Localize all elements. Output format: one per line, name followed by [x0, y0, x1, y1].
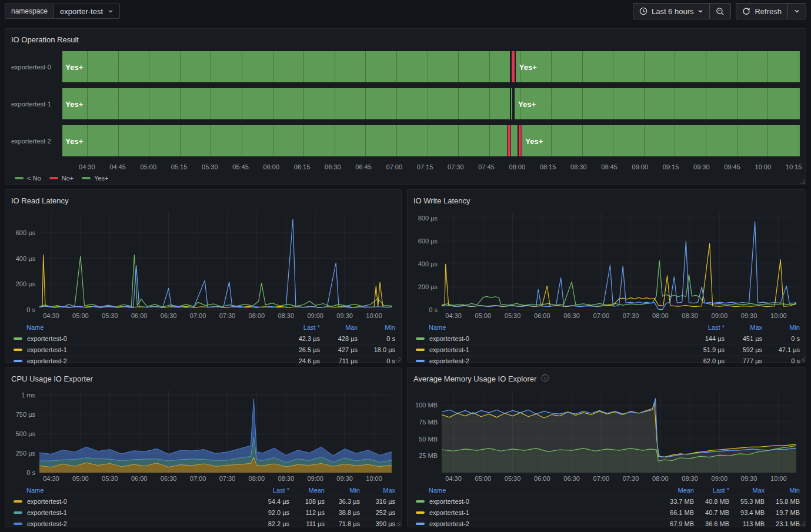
series-name: exportertest-2	[413, 357, 687, 364]
legend-row[interactable]: exportertest-033.7 MB40.8 MB55.3 MB15.8 …	[413, 496, 800, 507]
resize-handle[interactable]	[395, 520, 401, 526]
svg-text:10:00: 10:00	[770, 475, 787, 482]
legend-row[interactable]: exportertest-151.9 µs592 µs47.1 µs	[413, 344, 800, 355]
legend-col-last[interactable]: Last *	[687, 324, 725, 331]
chevron-down-icon	[108, 8, 114, 14]
resize-handle[interactable]	[395, 356, 401, 362]
legend-col-last[interactable]: Last *	[282, 324, 320, 331]
legend-value: 711 µs	[320, 357, 358, 364]
legend-value: 51.9 µs	[687, 346, 725, 353]
legend-col-mean[interactable]: Mean	[289, 487, 325, 494]
x-axis-tick-label: 09:15	[663, 163, 679, 170]
series-color-chip	[14, 337, 22, 340]
svg-text:05:30: 05:30	[102, 475, 118, 482]
series-name: exportertest-1	[11, 509, 254, 516]
timeline-segment-yes	[522, 125, 800, 156]
x-axis-tick-label: 05:15	[171, 163, 188, 170]
legend-row[interactable]: exportertest-282.2 µs111 µs71.8 µs390 µs	[11, 518, 395, 529]
series-name: exportertest-2	[11, 520, 254, 527]
x-axis-tick-label: 08:15	[540, 163, 556, 170]
series-color-chip	[416, 360, 425, 362]
legend-row[interactable]: exportertest-262.0 µs777 µs0 s	[413, 355, 800, 366]
svg-text:06:30: 06:30	[563, 312, 580, 319]
info-icon[interactable]: ⓘ	[541, 373, 549, 384]
legend-col-last[interactable]: Last *	[254, 487, 289, 494]
legend-col-mean[interactable]: Mean	[659, 487, 694, 494]
svg-text:1 ms: 1 ms	[21, 392, 35, 399]
panel-title[interactable]: IO Write Latency	[413, 193, 800, 208]
legend-col-last[interactable]: Last *	[694, 487, 729, 494]
timeline-segment-yes	[511, 88, 512, 119]
timeline-segment-no	[512, 51, 515, 82]
legend-value: 0 s	[358, 357, 395, 364]
x-axis-tick-label: 10:15	[786, 163, 802, 170]
series-name: exportertest-2	[413, 520, 659, 527]
legend-col-max[interactable]: Max	[729, 487, 765, 494]
timeline-legend-item[interactable]: Yes+	[82, 175, 108, 182]
legend-row[interactable]: exportertest-126.5 µs427 µs18.0 µs	[11, 344, 395, 355]
legend-col-min[interactable]: Min	[325, 487, 360, 494]
panel-title[interactable]: Average Memory Usage IO Explorer ⓘ	[413, 372, 800, 386]
timeline-track[interactable]: Yes+Yes+	[62, 125, 800, 156]
timeline-row: exportertest-0Yes+Yes+	[11, 51, 800, 82]
svg-text:10:00: 10:00	[770, 312, 787, 319]
legend-row[interactable]: exportertest-054.4 µs108 µs36.3 µs316 µs	[11, 496, 395, 507]
svg-text:04:30: 04:30	[43, 312, 59, 319]
legend-row[interactable]: exportertest-0144 µs451 µs0 s	[413, 333, 800, 344]
legend-col-max[interactable]: Max	[725, 324, 762, 331]
namespace-variable-select[interactable]: exporter-test	[54, 4, 120, 19]
legend-col-min[interactable]: Min	[358, 324, 395, 331]
panel-title[interactable]: IO Operation Result	[11, 32, 800, 46]
legend-value: 777 µs	[725, 357, 762, 364]
svg-text:500 µs: 500 µs	[16, 430, 36, 437]
svg-text:600 µs: 600 µs	[418, 237, 438, 245]
legend-col-max[interactable]: Max	[320, 324, 358, 331]
timeline-x-axis: 04:3004:4505:0005:1505:3005:4506:0006:15…	[62, 162, 800, 172]
legend-col-max[interactable]: Max	[360, 487, 395, 494]
resize-handle[interactable]	[799, 356, 805, 362]
namespace-variable-label: namespace	[5, 4, 54, 19]
legend-row[interactable]: exportertest-042.3 µs428 µs0 s	[11, 333, 395, 344]
legend-value: 71.8 µs	[325, 520, 360, 527]
legend-value: 82.2 µs	[254, 520, 289, 527]
svg-text:05:30: 05:30	[505, 475, 521, 482]
x-axis-tick-label: 05:30	[202, 163, 218, 170]
legend-value: 427 µs	[320, 346, 358, 353]
legend-col-name[interactable]: Name	[11, 487, 254, 494]
timeline-track[interactable]: Yes+Yes+	[62, 51, 800, 82]
panel-title[interactable]: IO Read Latency	[11, 193, 395, 208]
timeline-legend-item[interactable]: < No	[15, 175, 41, 182]
time-range-picker[interactable]: Last 6 hours	[633, 3, 710, 19]
timeline-state-value: Yes+	[519, 62, 537, 71]
timeline-segment-yes	[516, 51, 800, 82]
series-name: exportertest-0	[11, 498, 254, 505]
x-axis-tick-label: 07:45	[478, 163, 495, 170]
resize-handle[interactable]	[799, 520, 805, 526]
svg-text:09:00: 09:00	[307, 475, 323, 482]
legend-row[interactable]: exportertest-166.1 MB40.7 MB93.4 MB19.7 …	[413, 507, 800, 518]
zoom-out-button[interactable]	[710, 3, 731, 19]
svg-text:07:30: 07:30	[623, 312, 639, 319]
legend-value: 24.6 µs	[282, 357, 320, 364]
panel-title[interactable]: CPU Usage IO Exporter	[11, 372, 395, 386]
timeline-legend-item[interactable]: No+	[49, 175, 74, 182]
legend-col-min[interactable]: Min	[762, 324, 800, 331]
svg-text:05:30: 05:30	[102, 312, 118, 319]
timeline-state-value: Yes+	[518, 99, 536, 108]
resize-handle[interactable]	[799, 178, 805, 184]
legend-value: 390 µs	[360, 520, 395, 527]
legend-col-name[interactable]: Name	[413, 487, 659, 494]
series-color-chip	[14, 360, 22, 362]
svg-text:06:00: 06:00	[131, 475, 148, 482]
legend-col-name[interactable]: Name	[11, 324, 282, 331]
legend-col-name[interactable]: Name	[413, 324, 687, 331]
refresh-icon	[742, 7, 750, 15]
legend-row[interactable]: exportertest-224.6 µs711 µs0 s	[11, 355, 395, 366]
timeline-track[interactable]: Yes+Yes+	[62, 88, 800, 119]
legend-row[interactable]: exportertest-192.0 µs112 µs38.8 µs252 µs	[11, 507, 395, 518]
refresh-button[interactable]: Refresh	[736, 3, 788, 19]
svg-text:08:00: 08:00	[249, 475, 265, 482]
refresh-interval-dropdown[interactable]	[788, 3, 806, 19]
legend-col-min[interactable]: Min	[765, 487, 800, 494]
legend-row[interactable]: exportertest-267.9 MB36.6 MB113 MB23.1 M…	[413, 518, 800, 529]
